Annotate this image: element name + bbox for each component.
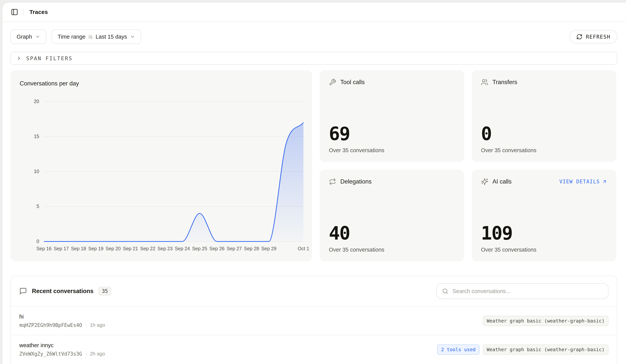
conversation-badges: Weather graph basic (weather-graph-basic… xyxy=(483,316,608,326)
tools-used-badge: 2 tools used xyxy=(437,345,479,355)
conversation-id: ZVeWXgZy_Z6WltVd73s3G xyxy=(19,351,82,357)
stat-card-header: Tool calls xyxy=(329,79,455,86)
sparkles-icon xyxy=(481,178,488,185)
search-conversations-box xyxy=(436,283,608,299)
view-mode-label: Graph xyxy=(17,34,32,40)
stat-card-tool-calls: Tool calls 69 Over 35 conversations xyxy=(320,70,464,162)
recent-conversations-header: Recent conversations 35 xyxy=(11,276,617,306)
arrow-up-right-icon xyxy=(602,179,607,184)
chevron-right-icon xyxy=(16,56,22,61)
page-title: Traces xyxy=(29,9,48,15)
recent-conversations-title: Recent conversations xyxy=(32,288,93,295)
y-tick-label: 10 xyxy=(10,169,39,174)
stat-card-delegations: Delegations 40 Over 35 conversations xyxy=(320,169,464,261)
time-range-field: Time range xyxy=(58,34,86,40)
stat-card-ai-calls: AI calls VIEW DETAILS 109 Over 35 conver… xyxy=(472,169,616,261)
y-tick-label: 15 xyxy=(10,134,39,139)
conversation-meta: mqHZP2EGh9h9BpFEwEs4O · 1h ago xyxy=(19,322,105,328)
y-tick-label: 5 xyxy=(10,203,39,209)
conversations-area-chart xyxy=(44,101,304,243)
time-range-dropdown[interactable]: Time range is Last 15 days xyxy=(52,29,141,44)
header-divider xyxy=(23,9,23,15)
users-icon xyxy=(481,79,488,86)
recent-conversations-card: Recent conversations 35 hi mqHZP2EGh9h9B… xyxy=(10,276,617,364)
search-conversations-input[interactable] xyxy=(452,288,603,295)
x-tick-label: Oct 1 xyxy=(290,246,317,251)
view-mode-dropdown[interactable]: Graph xyxy=(10,29,46,44)
toolbar: Graph Time range is Last 15 days REFRESH xyxy=(10,29,617,44)
view-details-label: VIEW DETAILS xyxy=(559,179,600,185)
chart-title: Conversations per day xyxy=(20,80,79,87)
conversation-meta: ZVeWXgZy_Z6WltVd73s3G · 2h ago xyxy=(19,351,105,357)
chevron-down-icon xyxy=(130,34,135,39)
conversation-info: hi mqHZP2EGh9h9BpFEwEs4O · 1h ago xyxy=(19,314,105,328)
refresh-icon xyxy=(576,34,583,40)
conversations-chart-card: Conversations per day 05101520 Sep 16Sep… xyxy=(10,70,312,261)
stat-subtitle: Over 35 conversations xyxy=(481,147,607,154)
message-square-icon xyxy=(19,287,27,295)
stat-card-header: Transfers xyxy=(481,79,607,86)
conversation-count-badge: 35 xyxy=(98,287,111,296)
conversation-list: hi mqHZP2EGh9h9BpFEwEs4O · 1h ago Weathe… xyxy=(11,306,617,364)
y-tick-label: 0 xyxy=(10,239,39,244)
conversation-row[interactable]: weather innyc ZVeWXgZy_Z6WltVd73s3G · 2h… xyxy=(11,335,617,364)
conversation-title: weather innyc xyxy=(19,342,105,349)
dashboard-grid: Conversations per day 05101520 Sep 16Sep… xyxy=(10,70,617,261)
span-filters-label: SPAN FILTERS xyxy=(26,55,73,61)
stat-card-transfers: Transfers 0 Over 35 conversations xyxy=(472,70,616,162)
span-filters-toggle[interactable]: SPAN FILTERS xyxy=(10,52,617,65)
refresh-label: REFRESH xyxy=(586,34,610,40)
stat-value: 40 xyxy=(329,224,455,243)
stat-label: Delegations xyxy=(340,178,372,185)
agent-badge: Weather graph basic (weather-graph-basic… xyxy=(483,316,608,326)
time-range-value: Last 15 days xyxy=(96,34,127,40)
stat-card-header: Delegations xyxy=(329,178,455,185)
stat-subtitle: Over 35 conversations xyxy=(329,147,455,154)
search-icon xyxy=(442,288,448,294)
panel-left-icon xyxy=(11,8,18,16)
meta-separator: · xyxy=(85,351,87,357)
main-content: Graph Time range is Last 15 days REFRESH… xyxy=(3,22,626,364)
meta-separator: · xyxy=(85,322,87,328)
conversation-info: weather innyc ZVeWXgZy_Z6WltVd73s3G · 2h… xyxy=(19,342,105,357)
stat-value: 69 xyxy=(329,125,455,143)
sidebar-toggle-button[interactable] xyxy=(9,7,20,17)
top-bar: Traces xyxy=(3,3,626,22)
stat-label: Tool calls xyxy=(340,79,365,86)
stat-value: 109 xyxy=(481,224,607,243)
conversation-badges: 2 tools usedWeather graph basic (weather… xyxy=(437,345,608,355)
y-tick-label: 20 xyxy=(10,99,39,104)
stat-value: 0 xyxy=(481,125,607,143)
repeat-icon xyxy=(329,178,336,185)
conversation-id: mqHZP2EGh9h9BpFEwEs4O xyxy=(19,322,82,328)
agent-badge: Weather graph basic (weather-graph-basic… xyxy=(483,345,608,355)
conversation-time: 1h ago xyxy=(90,322,105,328)
conversation-row[interactable]: hi mqHZP2EGh9h9BpFEwEs4O · 1h ago Weathe… xyxy=(11,306,617,335)
stat-label: AI calls xyxy=(492,178,511,185)
time-range-operator: is xyxy=(88,34,92,40)
view-details-link[interactable]: VIEW DETAILS xyxy=(559,179,607,185)
wrench-icon xyxy=(329,79,336,86)
conversation-title: hi xyxy=(19,314,105,320)
stat-label: Transfers xyxy=(492,79,517,86)
conversation-time: 2h ago xyxy=(90,351,105,357)
stat-card-header: AI calls VIEW DETAILS xyxy=(481,178,607,185)
stat-subtitle: Over 35 conversations xyxy=(481,247,607,253)
refresh-button[interactable]: REFRESH xyxy=(569,30,617,43)
x-tick-label: Sep 29 xyxy=(255,246,282,251)
stat-subtitle: Over 35 conversations xyxy=(329,247,455,253)
chevron-down-icon xyxy=(35,34,40,39)
app-window: Traces Graph Time range is Last 15 days … xyxy=(3,3,626,364)
